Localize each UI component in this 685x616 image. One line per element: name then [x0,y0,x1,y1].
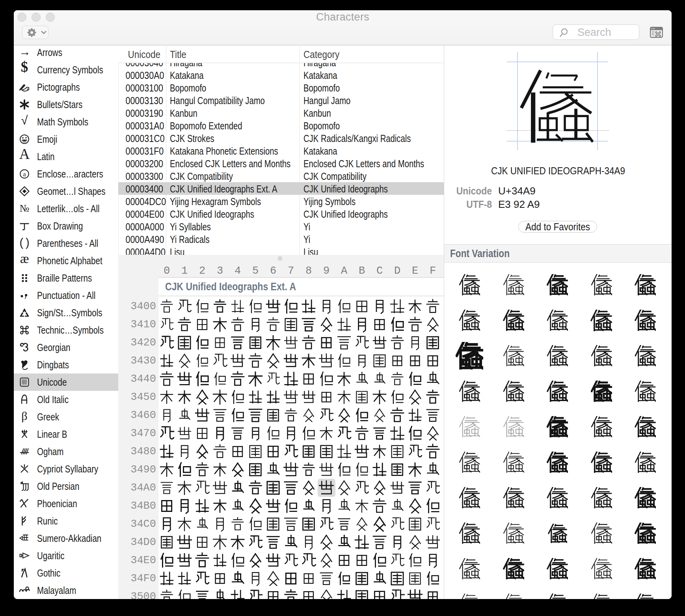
svg-text:a: a [23,170,26,178]
